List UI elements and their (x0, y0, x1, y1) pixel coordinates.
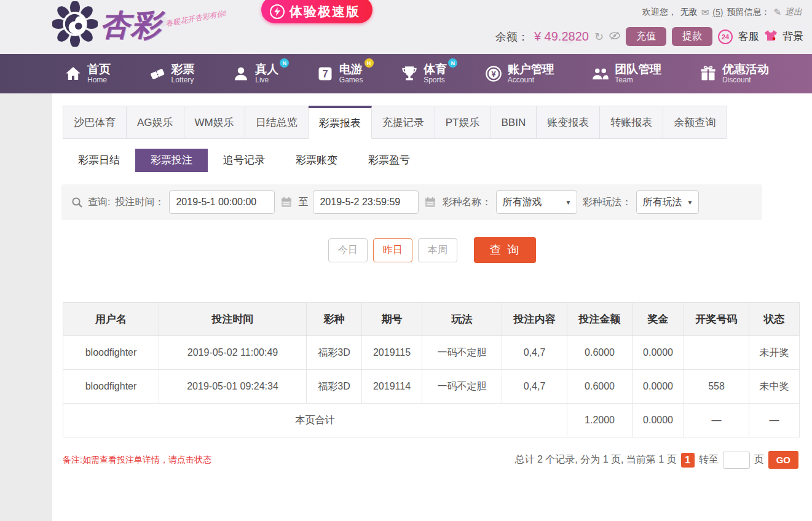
withdraw-button[interactable]: 提款 (672, 27, 712, 46)
calendar-icon[interactable] (425, 197, 436, 208)
tab-account-change[interactable]: 账变报表 (537, 106, 600, 139)
time-to-input[interactable] (313, 190, 419, 214)
background-link[interactable]: 背景 (782, 29, 803, 44)
chevron-down-icon: ▼ (566, 199, 572, 206)
customer-service-link[interactable]: 客服 (738, 29, 759, 44)
query-label: 查询: (88, 196, 110, 209)
mail-icon[interactable]: ✉ (701, 7, 709, 18)
nav-item-discount[interactable]: 优惠活动 Discount (700, 63, 769, 85)
cell-draw-numbers: 558 (684, 370, 749, 404)
go-button[interactable]: GO (768, 451, 798, 469)
lightning-icon (270, 4, 285, 19)
report-tabs: 沙巴体育 AG娱乐 WM娱乐 日结总览 彩票报表 充提记录 PT娱乐 BBIN … (63, 106, 812, 139)
cell-draw-numbers (684, 336, 749, 370)
nav-label-en: Live (255, 76, 278, 85)
username: 无敌 (680, 7, 698, 18)
home-icon (65, 65, 82, 82)
status-link[interactable]: 未中奖 (749, 370, 800, 404)
nav-item-account[interactable]: ¥ 账户管理 Account (485, 63, 554, 85)
cell-username: bloodfighter (63, 336, 159, 370)
tab-transfer-report[interactable]: 转账报表 (600, 106, 663, 139)
svg-text:7: 7 (322, 68, 328, 79)
nav-item-games[interactable]: 7 电游H Games (317, 63, 363, 85)
cell-issue: 2019114 (362, 370, 422, 404)
seven-tile-icon: 7 (317, 65, 334, 82)
status-link[interactable]: 未开奖 (749, 336, 800, 370)
cell-bet-content: 0,4,7 (502, 336, 567, 370)
search-button[interactable]: 查 询 (474, 237, 536, 263)
nav-item-sports[interactable]: 体育N Sports (401, 63, 447, 85)
nav-item-team[interactable]: 团队管理 Team (592, 63, 661, 85)
nav-item-live[interactable]: 真人N Live (232, 63, 278, 85)
site-logo[interactable]: 杏彩 春暖花开杏彩有你! (52, 1, 226, 49)
recharge-button[interactable]: 充值 (626, 27, 666, 46)
sub-tabs: 彩票日结 彩票投注 追号记录 彩票账变 彩票盈亏 (63, 149, 812, 172)
logo-flower-icon (52, 1, 98, 49)
col-username: 用户名 (63, 303, 159, 336)
summary-draw-numbers: — (684, 404, 749, 437)
bet-time-label: 投注时间： (115, 196, 164, 209)
nav-item-lottery[interactable]: 彩票 Lottery (149, 63, 195, 85)
nav-item-home[interactable]: 首页 Home (65, 63, 111, 85)
search-icon (71, 197, 83, 208)
col-play: 玩法 (422, 303, 502, 336)
promo-badge-label: 体验极速版 (290, 3, 360, 20)
svg-text:¥: ¥ (491, 69, 496, 79)
nav-label-zh: 体育 (424, 63, 447, 76)
tab-wm[interactable]: WM娱乐 (184, 106, 245, 139)
col-bet-amount: 投注金额 (567, 303, 633, 336)
nav-label-zh: 彩票 (171, 63, 195, 76)
quick-filter-row: 今日 昨日 本周 查 询 (52, 237, 812, 263)
tab-ag[interactable]: AG娱乐 (127, 106, 184, 139)
cell-prize: 0.0000 (633, 336, 684, 370)
nav-label-en: Discount (722, 76, 769, 85)
subtab-lottery-profit[interactable]: 彩票盈亏 (353, 149, 425, 172)
ticket-icon (149, 65, 166, 82)
tab-bbin[interactable]: BBIN (491, 106, 537, 139)
summary-status: — (749, 404, 800, 437)
subtab-chase-records[interactable]: 追号记录 (208, 149, 280, 172)
tab-pt[interactable]: PT娱乐 (435, 106, 491, 139)
logout-link[interactable]: 退出 (785, 7, 802, 18)
top-header: 杏彩 春暖花开杏彩有你! 体验极速版 欢迎您， 无敌 ✉ (5) 预留信息： ✎… (0, 0, 812, 54)
person-icon (232, 65, 250, 82)
tab-deposit-withdraw[interactable]: 充提记录 (372, 106, 435, 139)
goto-page-input[interactable] (723, 452, 750, 469)
lottery-name-label: 彩种名称： (442, 196, 491, 209)
subtab-lottery-daily[interactable]: 彩票日结 (63, 149, 135, 172)
chevron-down-icon: ▼ (687, 199, 693, 206)
nav-label-zh: 电游 (339, 63, 363, 76)
time-from-input[interactable] (169, 190, 275, 214)
current-page-badge[interactable]: 1 (681, 453, 695, 468)
cell-issue: 2019115 (362, 336, 422, 370)
logo-slogan: 春暖花开杏彩有你! (165, 8, 227, 29)
refresh-icon[interactable]: ↻ (594, 30, 604, 44)
promo-badge-button[interactable]: 体验极速版 (261, 0, 372, 23)
col-prize: 奖金 (633, 303, 684, 336)
cell-prize: 0.0000 (633, 370, 684, 404)
today-button[interactable]: 今日 (328, 238, 368, 262)
nav-label-en: Home (87, 76, 111, 85)
tab-balance-query[interactable]: 余额查询 (663, 106, 727, 139)
eye-off-icon[interactable] (609, 30, 620, 43)
lottery-name-select[interactable]: 所有游戏 ▼ (496, 190, 577, 214)
nav-label-en: Sports (424, 76, 447, 85)
subtab-lottery-bets[interactable]: 彩票投注 (135, 149, 208, 172)
nav-label-en: Account (508, 76, 554, 85)
message-count[interactable]: (5) (712, 7, 723, 17)
yesterday-button[interactable]: 昨日 (373, 238, 412, 262)
tab-lottery-report[interactable]: 彩票报表 (309, 106, 372, 139)
subtab-lottery-account-change[interactable]: 彩票账变 (280, 149, 353, 172)
tab-daily-overview[interactable]: 日结总览 (245, 106, 309, 139)
to-label: 至 (298, 196, 308, 209)
tab-shaba-sports[interactable]: 沙巴体育 (63, 106, 127, 139)
this-week-button[interactable]: 本周 (418, 238, 457, 262)
people-icon (592, 65, 609, 82)
play-type-select[interactable]: 所有玩法 ▼ (636, 190, 699, 214)
edit-icon[interactable]: ✎ (773, 7, 781, 18)
table-row: bloodfighter 2019-05-02 11:00:49 福彩3D 20… (63, 336, 800, 370)
goto-label: 转至 (699, 453, 719, 466)
welcome-text: 欢迎您， (642, 7, 677, 18)
calendar-icon[interactable] (281, 197, 292, 208)
col-bet-content: 投注内容 (502, 303, 567, 336)
